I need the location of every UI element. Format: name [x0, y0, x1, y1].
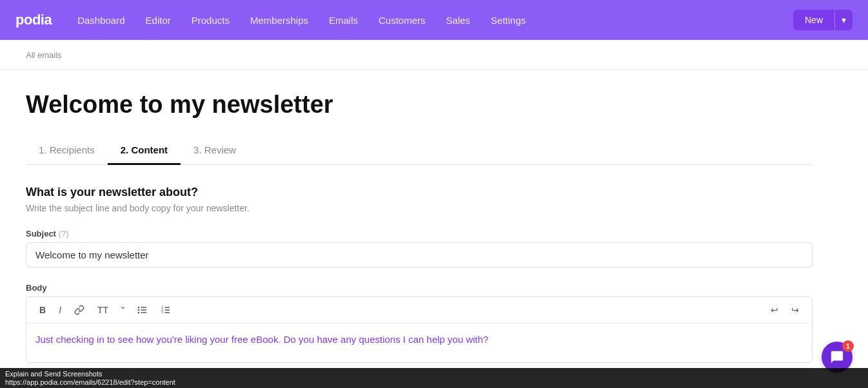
section-description: Write the subject line and body copy for… [26, 203, 813, 213]
new-button-dropdown[interactable]: ▾ [834, 10, 853, 30]
navbar-right: New ▾ [793, 10, 853, 30]
nav-products[interactable]: Products [192, 15, 230, 26]
editor-container: B I TT " 1.2.3. ↩ ↪ Just checking in to … [26, 296, 813, 363]
body-label: Body [26, 283, 813, 293]
logo[interactable]: podia [15, 12, 52, 28]
navbar: podia Dashboard Editor Products Membersh… [0, 0, 868, 40]
toolbar-undo[interactable]: ↩ [765, 302, 784, 318]
nav-customers[interactable]: Customers [379, 15, 426, 26]
tab-content[interactable]: 2. Content [108, 137, 181, 165]
tabs: 1. Recipients 2. Content 3. Review [26, 137, 813, 165]
breadcrumb-bar: All emails [0, 40, 868, 70]
page-title: Welcome to my newsletter [26, 91, 813, 119]
toolbar-italic[interactable]: I [54, 302, 66, 318]
subject-label: Subject (?) [26, 229, 813, 238]
status-line2: https://app.podia.com/emails/62218/edit?… [5, 378, 863, 383]
nav-settings[interactable]: Settings [491, 15, 526, 26]
status-bar: Explain and Send Screenshots https://app… [0, 368, 868, 383]
status-line1: Explain and Send Screenshots [5, 370, 863, 378]
toolbar-redo[interactable]: ↪ [786, 302, 804, 318]
svg-point-5 [138, 312, 139, 313]
subject-input[interactable] [26, 242, 813, 267]
toolbar-ul[interactable] [132, 302, 153, 318]
tab-recipients[interactable]: 1. Recipients [26, 137, 108, 165]
new-button-group: New ▾ [793, 10, 853, 30]
nav-sales[interactable]: Sales [446, 15, 471, 26]
main-content: Welcome to my newsletter 1. Recipients 2… [0, 70, 838, 383]
svg-point-3 [138, 307, 139, 307]
chat-badge: 1 [842, 340, 854, 352]
new-button[interactable]: New [793, 10, 834, 30]
nav-links: Dashboard Editor Products Memberships Em… [77, 15, 793, 26]
nav-dashboard[interactable]: Dashboard [77, 15, 124, 26]
svg-text:3.: 3. [161, 311, 164, 314]
nav-emails[interactable]: Emails [329, 15, 358, 26]
toolbar-link[interactable] [69, 302, 90, 318]
nav-memberships[interactable]: Memberships [250, 15, 308, 26]
editor-body[interactable]: Just checking in to see how you're likin… [26, 324, 812, 362]
breadcrumb[interactable]: All emails [26, 50, 62, 60]
nav-editor[interactable]: Editor [146, 15, 171, 26]
editor-toolbar: B I TT " 1.2.3. ↩ ↪ [26, 297, 812, 324]
toolbar-tt[interactable]: TT [92, 302, 113, 318]
toolbar-ol[interactable]: 1.2.3. [155, 302, 176, 318]
subject-hint: (?) [59, 229, 69, 238]
toolbar-quote[interactable]: " [116, 302, 130, 318]
tab-review[interactable]: 3. Review [181, 137, 249, 165]
section-title: What is your newsletter about? [26, 186, 813, 199]
toolbar-bold[interactable]: B [34, 302, 51, 318]
svg-point-4 [138, 309, 139, 310]
